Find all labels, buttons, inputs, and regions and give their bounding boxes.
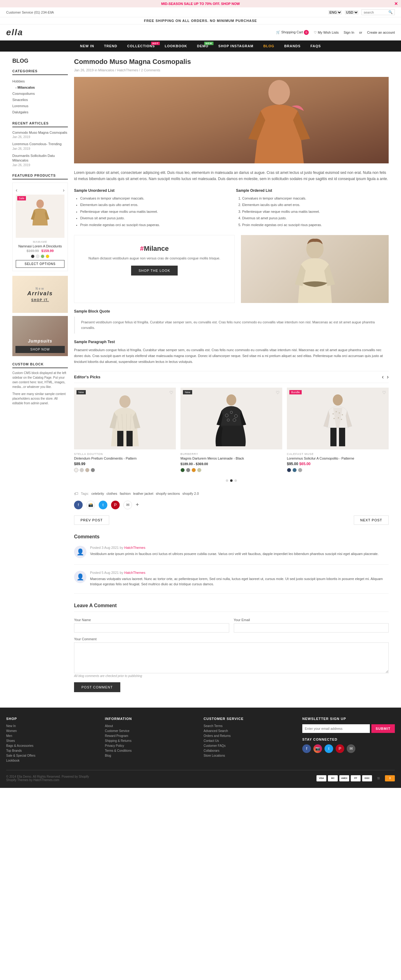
sidebar-item-cosmopoliums[interactable]: Cosmopoliums xyxy=(12,91,68,97)
swatch-yellow[interactable] xyxy=(46,255,49,258)
recent-article-3[interactable]: Dourmanlis Sollicitudin Datu Milancalos … xyxy=(12,153,68,167)
footer-twitter-icon[interactable]: t xyxy=(325,745,333,753)
dot-3[interactable] xyxy=(235,479,237,482)
instagram-share-icon[interactable]: 📸 xyxy=(86,501,95,509)
slider-prev-arrow[interactable]: ‹ xyxy=(16,188,17,193)
footer-link-store-locations[interactable]: Store Locations xyxy=(204,754,296,757)
cart-link[interactable]: 🛒 Shopping Cart 0 xyxy=(276,30,309,35)
tag-celebrity[interactable]: celebrity xyxy=(91,492,104,495)
footer-link-advanced-search[interactable]: Advanced Search xyxy=(204,729,296,733)
footer-link-customer-faq[interactable]: Customer FAQs xyxy=(204,744,296,748)
comment-textarea[interactable] xyxy=(74,643,389,673)
tag-shopify-sections[interactable]: shopify sections xyxy=(156,492,180,495)
swatch-white[interactable] xyxy=(36,255,40,258)
wishlist-icon-3[interactable]: ♡ xyxy=(382,390,386,395)
currency-select[interactable]: USD xyxy=(345,10,358,14)
select-options-button[interactable]: SELECT Options xyxy=(16,260,65,268)
footer-link-privacy[interactable]: Privacy Policy xyxy=(105,744,197,748)
footer-link-orders-returns[interactable]: Orders and Returns xyxy=(204,734,296,738)
shop-the-look-button[interactable]: SHOP THE LOOK xyxy=(131,266,178,275)
wishlist-icon-2[interactable]: ♡ xyxy=(276,390,280,395)
footer-link-women[interactable]: Women xyxy=(6,729,99,733)
announcement-shop-link[interactable]: SHOP NOW xyxy=(221,2,240,6)
pick-swatch[interactable] xyxy=(298,468,302,472)
post-category[interactable]: Milancalos xyxy=(98,68,114,72)
nav-item-new-in[interactable]: NEW IN xyxy=(75,40,99,52)
comment-author-2[interactable]: HatchThemes xyxy=(124,571,145,574)
nav-item-blog[interactable]: BLOG xyxy=(258,40,279,52)
picks-next-arrow[interactable]: › xyxy=(387,374,389,380)
search-icon[interactable]: 🔍 xyxy=(388,10,393,14)
newsletter-submit-button[interactable]: SUBMIT xyxy=(371,724,395,733)
slider-next-arrow[interactable]: › xyxy=(63,188,65,193)
prev-post-button[interactable]: PREV POST xyxy=(74,515,109,525)
search-input[interactable] xyxy=(364,11,388,14)
create-account-link[interactable]: Create an account xyxy=(367,30,395,34)
shop-it-link[interactable]: SHOP IT. xyxy=(31,298,49,302)
swatch-black[interactable] xyxy=(31,255,35,258)
tag-shopify-20[interactable]: shopify 2.0 xyxy=(182,492,199,495)
pinterest-share-icon[interactable]: P xyxy=(111,501,120,509)
footer-instagram-icon[interactable]: 📷 xyxy=(314,745,322,753)
comment-author-1[interactable]: HatchThemes xyxy=(124,546,145,549)
pick-swatch[interactable] xyxy=(181,468,185,472)
swatch-green[interactable] xyxy=(41,255,44,258)
footer-link-lookbook[interactable]: Lookbook xyxy=(6,759,99,762)
wishlist-link[interactable]: ♡ My Wish Lists xyxy=(314,30,339,35)
nav-item-lookbook[interactable]: LOOKBOOK xyxy=(160,40,192,52)
footer-link-collaborars[interactable]: Collaborars xyxy=(204,749,296,752)
pick-swatch[interactable] xyxy=(91,468,95,472)
footer-link-reward[interactable]: Reward Program xyxy=(105,734,197,738)
wishlist-icon-1[interactable]: ♡ xyxy=(170,390,173,395)
footer-link-search-terms[interactable]: Search Terms xyxy=(204,724,296,728)
footer-link-shipping[interactable]: Shipping & Returns xyxy=(105,739,197,743)
dot-2[interactable] xyxy=(230,479,233,482)
nav-item-trend[interactable]: TREND xyxy=(99,40,122,52)
shop-now-button[interactable]: SHOP NOW xyxy=(16,346,65,353)
footer-link-new-in[interactable]: New In xyxy=(6,724,99,728)
footer-link-contact[interactable]: Contact Us xyxy=(204,739,296,743)
footer-pinterest-icon[interactable]: P xyxy=(336,745,344,753)
footer-link-men[interactable]: Men xyxy=(6,734,99,738)
pick-swatch[interactable] xyxy=(186,468,190,472)
recent-article-2[interactable]: Loremmus Cosmolous- Trending Jan 26, 201… xyxy=(12,142,68,151)
sidebar-item-hobbies[interactable]: Hobbies xyxy=(12,78,68,84)
sidebar-item-loremmus[interactable]: Loremmus xyxy=(12,103,68,109)
footer-link-customer-service[interactable]: Customer Service xyxy=(105,729,197,733)
nav-item-shop-instagram[interactable]: SHOP INSTAGRAM xyxy=(214,40,258,52)
footer-email-icon[interactable]: ✉ xyxy=(347,745,355,753)
sidebar-item-milancalos[interactable]: Milancalos xyxy=(12,84,68,91)
facebook-share-icon[interactable]: f xyxy=(74,501,82,509)
post-theme[interactable]: HatchThemes xyxy=(117,68,138,72)
footer-link-shoes[interactable]: Shoes xyxy=(6,739,99,743)
footer-link-terms[interactable]: Terms & Conditions xyxy=(105,749,197,752)
email-share-icon[interactable]: ✉ xyxy=(124,501,132,509)
add-share-icon[interactable]: + xyxy=(136,501,139,508)
sidebar-item-sinacelios[interactable]: Sinacelios xyxy=(12,97,68,103)
footer-link-about[interactable]: About xyxy=(105,724,197,728)
footer-facebook-icon[interactable]: f xyxy=(302,745,311,753)
comment-name-input[interactable] xyxy=(74,623,229,633)
comment-email-input[interactable] xyxy=(234,623,389,633)
post-comment-button[interactable]: POST COMMENT xyxy=(74,682,120,692)
footer-link-top-brands[interactable]: Top Brands xyxy=(6,749,99,752)
twitter-share-icon[interactable]: t xyxy=(99,501,107,509)
footer-link-sale[interactable]: Sale & Special Offers xyxy=(6,754,99,757)
footer-link-bags[interactable]: Bags & Accessories xyxy=(6,744,99,748)
logo[interactable]: ella xyxy=(6,27,23,37)
nav-item-faqs[interactable]: FAQS xyxy=(305,40,326,52)
nav-item-brands[interactable]: BRANDS xyxy=(279,40,305,52)
pick-swatch[interactable] xyxy=(192,468,196,472)
sidebar-item-dalutgales[interactable]: Dalutgales xyxy=(12,109,68,115)
tag-clothes[interactable]: clothes xyxy=(106,492,117,495)
recent-article-1[interactable]: Commodo Muso Magna Cosmopalis Jan 26, 20… xyxy=(12,130,68,139)
nav-item-collections[interactable]: COLLECTIONS hot xyxy=(122,40,160,52)
picks-prev-arrow[interactable]: ‹ xyxy=(382,374,384,380)
close-icon[interactable]: ✕ xyxy=(394,1,398,6)
footer-link-blog[interactable]: Blog xyxy=(105,754,197,757)
next-post-button[interactable]: NEXT POST xyxy=(354,515,389,525)
newsletter-email-input[interactable] xyxy=(302,724,370,733)
pick-swatch[interactable] xyxy=(292,468,297,472)
pick-swatch[interactable] xyxy=(74,468,78,472)
dot-1[interactable] xyxy=(226,479,228,482)
